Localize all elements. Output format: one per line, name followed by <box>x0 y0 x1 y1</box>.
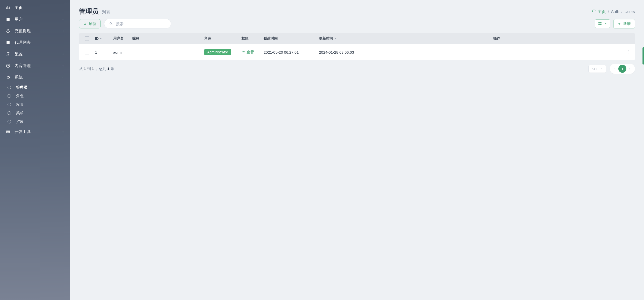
pager-next-button[interactable] <box>626 65 633 72</box>
sidebar-item-system[interactable]: 系统 <box>0 72 70 83</box>
refresh-button[interactable]: 刷新 <box>79 19 101 28</box>
sidebar-item-recharge[interactable]: 充值提现 <box>0 25 70 37</box>
sidebar-item-label: 内容管理 <box>15 63 31 69</box>
sidebar-item-home[interactable]: 主页 <box>0 2 70 14</box>
add-button[interactable]: 新增 <box>613 19 635 28</box>
data-table: ID 用户名 昵称 角色 权限 创建时间 更新时间 操作 1 admin <box>79 33 635 60</box>
select-all-checkbox[interactable] <box>85 36 89 41</box>
sidebar: 主页 用户 充值提现 代理列表 <box>0 0 70 300</box>
gear-icon <box>6 75 11 80</box>
sidebar-item-users[interactable]: 用户 <box>0 14 70 25</box>
role-badge: Administrator <box>204 49 231 55</box>
column-header-username[interactable]: 用户名 <box>113 36 132 41</box>
sidebar-item-config[interactable]: 配置 <box>0 48 70 60</box>
breadcrumb-separator: / <box>621 10 622 14</box>
breadcrumb-home[interactable]: 主页 <box>592 9 606 15</box>
refresh-label: 刷新 <box>89 21 96 26</box>
svg-point-1 <box>628 51 629 52</box>
sidebar-item-label: 充值提现 <box>15 28 31 34</box>
cell-updated: 2024-01-28 03:06:03 <box>319 50 372 54</box>
keyboard-icon <box>6 129 11 134</box>
table-header: ID 用户名 昵称 角色 权限 创建时间 更新时间 操作 <box>79 33 635 44</box>
page-title: 管理员 <box>79 7 99 16</box>
column-header-permission[interactable]: 权限 <box>242 36 264 41</box>
grid-icon <box>598 22 602 26</box>
sidebar-sub-role[interactable]: 角色 <box>0 92 70 100</box>
column-header-created[interactable]: 创建时间 <box>264 36 319 41</box>
user-card-icon <box>6 17 11 22</box>
chevron-up-icon <box>600 68 602 70</box>
column-header-updated[interactable]: 更新时间 <box>319 36 372 41</box>
add-label: 新增 <box>623 21 631 26</box>
sidebar-item-label: 系统 <box>15 75 23 80</box>
column-header-id[interactable]: ID <box>95 37 113 41</box>
table-row[interactable]: 1 admin Administrator 查看 2021-05-20 06:2… <box>79 44 635 60</box>
sidebar-item-devtools[interactable]: 开发工具 <box>0 126 70 138</box>
chevron-left-icon <box>61 53 64 56</box>
cell-username: admin <box>113 50 132 54</box>
breadcrumb-home-label: 主页 <box>598 9 606 15</box>
main-content: 管理员 列表 主页 / Auth / Users 刷新 <box>70 0 644 300</box>
circle-icon <box>8 120 11 123</box>
circle-icon <box>8 103 11 106</box>
sidebar-item-label: 开发工具 <box>15 129 31 135</box>
scrollbar-thumb[interactable] <box>642 47 644 64</box>
circle-icon <box>8 111 11 115</box>
anchor-icon <box>6 28 11 34</box>
toolbar: 刷新 新增 <box>70 19 644 33</box>
breadcrumb-item[interactable]: Auth <box>611 10 619 14</box>
breadcrumb-item[interactable]: Users <box>624 10 635 14</box>
sidebar-sub-admin[interactable]: 管理员 <box>0 83 70 92</box>
chevron-left-icon <box>614 68 616 70</box>
cell-created: 2021-05-20 06:27:01 <box>264 50 319 54</box>
refresh-icon <box>83 22 87 25</box>
sidebar-item-label: 主页 <box>15 5 23 11</box>
pager: 1 <box>610 64 635 74</box>
sidebar-item-label: 用户 <box>15 17 23 22</box>
sidebar-item-label: 代理列表 <box>15 40 31 45</box>
breadcrumb: 主页 / Auth / Users <box>592 9 635 15</box>
view-toggle-button[interactable] <box>595 19 610 28</box>
svg-point-0 <box>628 50 629 51</box>
pagination-summary: 从 1 到 1 ，总共 1 条 <box>79 66 114 71</box>
sidebar-sub-label: 权限 <box>16 102 24 107</box>
sidebar-sub-label: 角色 <box>16 94 24 98</box>
circle-icon <box>8 94 11 98</box>
chevron-right-icon <box>629 68 631 70</box>
circle-icon <box>8 86 11 89</box>
sidebar-sub-extension[interactable]: 扩展 <box>0 117 70 126</box>
chevron-down-icon <box>605 22 607 25</box>
column-header-role[interactable]: 角色 <box>204 36 242 41</box>
sidebar-item-agents[interactable]: 代理列表 <box>0 37 70 48</box>
search-box[interactable] <box>104 19 171 28</box>
chevron-left-icon <box>61 29 64 32</box>
column-header-action: 操作 <box>372 36 621 41</box>
chevron-left-icon <box>61 64 64 67</box>
permission-view-link[interactable]: 查看 <box>242 50 254 55</box>
chevron-left-icon <box>61 18 64 21</box>
page-size-selector[interactable]: 20 <box>588 65 606 73</box>
page-subtitle: 列表 <box>102 9 110 15</box>
search-input[interactable] <box>116 22 166 26</box>
sidebar-sub-permission[interactable]: 权限 <box>0 100 70 109</box>
chevron-left-icon <box>61 130 64 133</box>
sidebar-item-content[interactable]: 内容管理 <box>0 60 70 72</box>
permission-view-label: 查看 <box>247 50 254 55</box>
breadcrumb-separator: / <box>608 10 609 14</box>
page-header: 管理员 列表 主页 / Auth / Users <box>70 0 644 19</box>
question-circle-icon <box>6 63 11 68</box>
sidebar-sub-label: 菜单 <box>16 111 24 116</box>
search-icon <box>109 22 113 26</box>
pager-current-page[interactable]: 1 <box>618 65 626 73</box>
sort-asc-icon <box>334 37 337 41</box>
column-header-nickname[interactable]: 昵称 <box>132 36 204 41</box>
cell-id: 1 <box>95 50 113 54</box>
sidebar-sub-menu[interactable]: 菜单 <box>0 109 70 117</box>
list-card-icon <box>6 40 11 45</box>
pager-prev-button[interactable] <box>611 65 618 72</box>
page-size-value: 20 <box>592 67 596 71</box>
row-checkbox[interactable] <box>85 50 89 54</box>
sidebar-system-children: 管理员 角色 权限 菜单 扩展 <box>0 83 70 126</box>
row-actions-button[interactable] <box>626 50 630 55</box>
sidebar-sub-label: 扩展 <box>16 119 24 124</box>
